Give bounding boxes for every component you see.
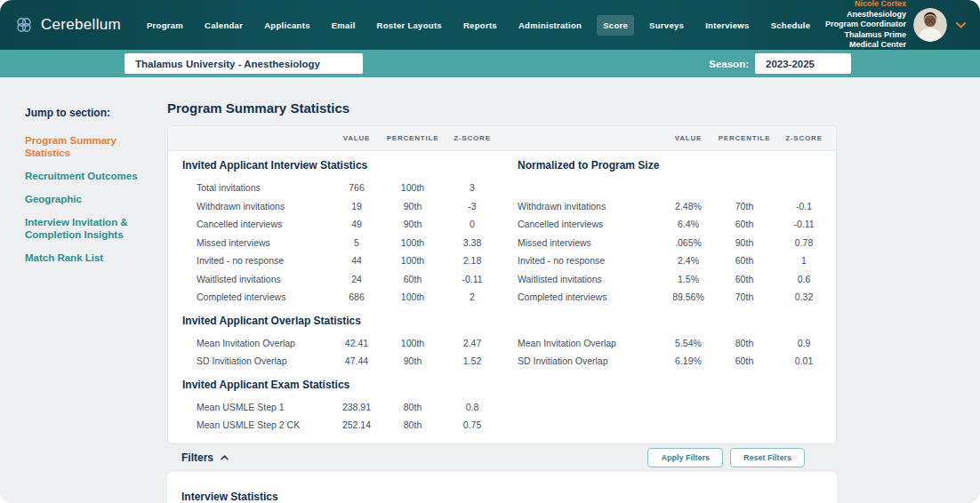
stat-percentile: 80th <box>385 419 440 430</box>
user-info: Nicole Cortex Anesthesiology Program Coo… <box>816 0 906 51</box>
filters-buttons: Apply Filters Reset Filters <box>647 448 805 467</box>
reset-filters-button[interactable]: Reset Filters <box>730 448 805 467</box>
main-content: Program Summary Statistics VALUE PERCENT… <box>167 77 837 503</box>
stat-value: 686 <box>328 291 385 302</box>
brand-home-link[interactable]: Cerebellum <box>14 15 121 35</box>
stat-percentile: 100th <box>385 291 440 302</box>
stat-row: Waitlisted invitations 24 60th -0.11 <box>168 270 504 289</box>
stat-value: 5.54% <box>660 338 717 348</box>
stat-zscore: 2.47 <box>440 338 504 348</box>
nav-item-interviews[interactable]: Interviews <box>699 15 755 36</box>
filters-label: Filters <box>181 451 213 464</box>
stat-label: Waitlisted invitations <box>168 274 328 284</box>
stat-label: Mean USMLE Step 2 CK <box>168 419 328 430</box>
season-label: Season: <box>709 59 749 69</box>
cerebellum-logo-icon <box>14 15 34 35</box>
stat-row: Withdrawn invitations 2.48% 70th -0.1 <box>504 197 836 216</box>
stat-row: Invited - no response 2.4% 60th 1 <box>504 252 836 270</box>
stat-value: 252.14 <box>328 419 385 430</box>
stat-value: 1.5% <box>660 274 717 284</box>
section-title-exam-statistics: Invited Applicant Exam Statistics <box>168 371 504 398</box>
stat-percentile: 100th <box>385 255 440 266</box>
column-header-percentile: PERCENTILE <box>385 134 440 142</box>
user-organization: Thalamus Prime Medical Center <box>816 30 906 51</box>
stat-zscore: 2.18 <box>440 255 504 266</box>
stat-value: 89.56% <box>660 291 717 302</box>
stat-value: .065% <box>660 237 717 248</box>
stat-label: Withdrawn invitations <box>168 201 328 212</box>
stat-zscore: 0.9 <box>772 338 836 348</box>
stat-label: Mean Invitation Overlap <box>168 338 328 348</box>
avatar[interactable] <box>913 8 947 42</box>
stat-value: 6.19% <box>660 355 717 366</box>
column-header-value: VALUE <box>660 134 717 142</box>
stat-row: Mean USMLE Step 1 238.91 80th 0.8 <box>168 398 504 417</box>
stat-row: Mean Invitation Overlap 5.54% 80th 0.9 <box>504 334 836 353</box>
nav-item-applicants[interactable]: Applicants <box>258 15 317 36</box>
jump-to-section-title: Jump to section: <box>25 107 167 119</box>
section-title-interview-statistics: Invited Applicant Interview Statistics <box>168 151 504 179</box>
user-specialty: Anesthesiology <box>816 10 906 20</box>
sidebar-item-match-rank-list[interactable]: Match Rank List <box>25 252 158 264</box>
filters-toggle[interactable]: Filters <box>181 451 229 464</box>
stat-label: Completed interviews <box>168 291 328 302</box>
stat-label: Waitlisted invitations <box>504 274 660 284</box>
chevron-down-icon[interactable] <box>956 22 966 28</box>
sidebar-item-geographic[interactable]: Geographic <box>25 193 158 205</box>
stat-label: Invited - no response <box>168 255 328 266</box>
stats-left-column: Invited Applicant Interview Statistics T… <box>168 151 504 435</box>
sidebar: Jump to section: Program Summary Statist… <box>0 77 167 503</box>
user-block: Nicole Cortex Anesthesiology Program Coo… <box>816 0 966 51</box>
sidebar-links: Program Summary Statistics Recruitment O… <box>25 134 167 264</box>
stat-row: Completed interviews 89.56% 70th 0.32 <box>504 288 836 307</box>
stat-zscore: 1.52 <box>440 355 504 366</box>
nav-item-program[interactable]: Program <box>141 15 189 36</box>
stat-zscore: -0.11 <box>440 274 504 284</box>
stat-row: Withdrawn invitations 19 90th -3 <box>168 197 504 216</box>
stat-value: 44 <box>328 255 385 266</box>
nav-item-reports[interactable]: Reports <box>457 15 503 36</box>
stat-value: 766 <box>328 182 385 193</box>
stat-value: 238.91 <box>328 402 385 412</box>
nav-item-roster-layouts[interactable]: Roster Layouts <box>371 15 448 36</box>
stat-zscore: 0.6 <box>772 274 836 284</box>
stat-zscore: 0 <box>440 219 504 229</box>
brand-name: Cerebellum <box>41 16 121 34</box>
stat-label: Cancelled interviews <box>168 219 328 229</box>
stat-percentile: 80th <box>717 338 772 348</box>
nav-item-administration[interactable]: Administration <box>512 15 588 36</box>
stat-row: Cancelled interviews 6.4% 60th -0.11 <box>504 215 836 234</box>
stat-label: Invited - no response <box>504 255 660 266</box>
stat-value: 42.41 <box>328 338 385 348</box>
stat-value: 2.4% <box>660 255 717 266</box>
stat-label: Missed interviews <box>504 237 660 248</box>
nav-item-surveys[interactable]: Surveys <box>643 15 690 36</box>
season-group: Season: <box>709 53 851 74</box>
nav-item-calendar[interactable]: Calendar <box>198 15 249 36</box>
page-title: Program Summary Statistics <box>167 100 837 116</box>
column-header-zscore: Z-SCORE <box>440 134 504 142</box>
season-input[interactable] <box>755 53 851 74</box>
apply-filters-button[interactable]: Apply Filters <box>647 448 723 467</box>
title-spacer <box>504 307 836 334</box>
sidebar-item-program-summary-statistics[interactable]: Program Summary Statistics <box>25 134 158 159</box>
stat-zscore: -0.1 <box>772 201 836 212</box>
nav-item-schedule[interactable]: Schedule <box>765 15 817 36</box>
stat-row: Missed interviews 5 100th 3.38 <box>168 234 504 252</box>
sidebar-item-recruitment-outcomes[interactable]: Recruitment Outcomes <box>25 170 158 182</box>
stat-percentile: 60th <box>385 274 440 284</box>
stat-zscore: 0.8 <box>440 402 504 412</box>
main-nav: Program Calendar Applicants Email Roster… <box>141 15 816 36</box>
stats-right-column: Normalized to Program Size Withdrawn inv… <box>504 151 836 435</box>
stat-row: Mean Invitation Overlap 42.41 100th 2.47 <box>168 334 504 353</box>
stat-percentile: 60th <box>717 255 772 266</box>
nav-item-score[interactable]: Score <box>597 15 634 36</box>
program-input[interactable] <box>125 53 363 74</box>
stat-percentile: 90th <box>385 201 440 212</box>
column-header-zscore: Z-SCORE <box>772 134 836 142</box>
nav-item-email[interactable]: Email <box>325 15 362 36</box>
app-window: Cerebellum Program Calendar Applicants E… <box>0 0 980 503</box>
stat-zscore: 1 <box>772 255 836 266</box>
sidebar-item-interview-invitation-completion-insights[interactable]: Interview Invitation & Completion Insigh… <box>25 216 158 241</box>
column-header-percentile: PERCENTILE <box>717 134 772 142</box>
